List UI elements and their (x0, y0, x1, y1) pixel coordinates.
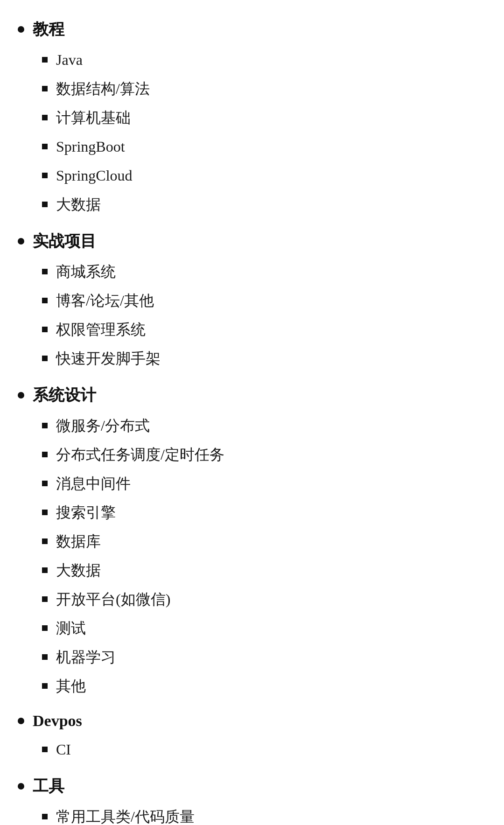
bullet-square-icon (42, 86, 48, 91)
menu-section-devpos: DevposCI (14, 712, 490, 761)
list-item-label: 权限管理系统 (56, 318, 490, 341)
bullet-square-icon (42, 654, 48, 660)
sub-list-projects: 商城系统博客/论坛/其他权限管理系统快速开发脚手架 (42, 260, 490, 370)
list-item[interactable]: SpringBoot (42, 135, 490, 158)
bullet-square-icon (42, 538, 48, 544)
list-item[interactable]: 权限管理系统 (42, 318, 490, 341)
list-item-label: 其他 (56, 675, 490, 697)
bullet-square-icon (42, 269, 48, 274)
list-item-label: 计算机基础 (56, 106, 490, 129)
list-item[interactable]: SpringCloud (42, 164, 490, 187)
bullet-square-icon (42, 173, 48, 178)
bullet-square-icon (42, 452, 48, 457)
menu-section-projects: 实战项目商城系统博客/论坛/其他权限管理系统快速开发脚手架 (14, 231, 490, 370)
bullet-square-icon (42, 356, 48, 361)
bullet-square-icon (42, 144, 48, 149)
bullet-square-icon (42, 814, 48, 819)
bullet-circle-icon (18, 392, 24, 399)
list-item[interactable]: 数据结构/算法 (42, 77, 490, 100)
section-label-devpos: Devpos (14, 712, 490, 730)
list-item[interactable]: 测试 (42, 617, 490, 639)
section-label-text: 教程 (33, 19, 64, 40)
list-item-label: 分布式任务调度/定时任务 (56, 443, 490, 466)
list-item-label: CI (56, 738, 490, 761)
main-menu: 教程Java数据结构/算法计算机基础SpringBootSpringCloud大… (14, 19, 490, 825)
sub-list-devpos: CI (42, 738, 490, 761)
list-item[interactable]: 搜索引擎 (42, 501, 490, 524)
menu-section-tutorials: 教程Java数据结构/算法计算机基础SpringBootSpringCloud大… (14, 19, 490, 216)
list-item[interactable]: 计算机基础 (42, 106, 490, 129)
list-item-label: 测试 (56, 617, 490, 639)
list-item[interactable]: 其他 (42, 675, 490, 697)
bullet-square-icon (42, 625, 48, 631)
list-item[interactable]: Java (42, 49, 490, 71)
list-item-label: SpringCloud (56, 164, 490, 187)
section-label-projects: 实战项目 (14, 231, 490, 252)
bullet-square-icon (42, 596, 48, 602)
section-label-tutorials: 教程 (14, 19, 490, 40)
list-item-label: 搜索引擎 (56, 501, 490, 524)
list-item-label: 机器学习 (56, 646, 490, 668)
list-item[interactable]: 博客/论坛/其他 (42, 289, 490, 312)
section-label-system-design: 系统设计 (14, 385, 490, 406)
list-item-label: 常用工具类/代码质量 (56, 805, 490, 825)
list-item[interactable]: 大数据 (42, 193, 490, 216)
list-item[interactable]: CI (42, 738, 490, 761)
bullet-square-icon (42, 747, 48, 752)
bullet-square-icon (42, 567, 48, 573)
bullet-square-icon (42, 510, 48, 515)
bullet-square-icon (42, 57, 48, 63)
sub-list-tutorials: Java数据结构/算法计算机基础SpringBootSpringCloud大数据 (42, 49, 490, 216)
list-item[interactable]: 消息中间件 (42, 472, 490, 495)
list-item[interactable]: 微服务/分布式 (42, 414, 490, 437)
list-item[interactable]: 快速开发脚手架 (42, 347, 490, 370)
bullet-circle-icon (18, 783, 24, 790)
list-item[interactable]: 分布式任务调度/定时任务 (42, 443, 490, 466)
bullet-circle-icon (18, 718, 24, 724)
section-label-tools: 工具 (14, 776, 490, 797)
section-label-text: Devpos (33, 712, 82, 730)
bullet-square-icon (42, 327, 48, 332)
menu-section-system-design: 系统设计微服务/分布式分布式任务调度/定时任务消息中间件搜索引擎数据库大数据开放… (14, 385, 490, 697)
bullet-square-icon (42, 683, 48, 689)
list-item[interactable]: 常用工具类/代码质量 (42, 805, 490, 825)
list-item-label: 博客/论坛/其他 (56, 289, 490, 312)
list-item-label: 数据库 (56, 530, 490, 552)
list-item-label: 大数据 (56, 193, 490, 216)
list-item-label: 微服务/分布式 (56, 414, 490, 437)
sub-list-tools: 常用工具类/代码质量ExcelPDF开发必备其他 (42, 805, 490, 825)
list-item[interactable]: 机器学习 (42, 646, 490, 668)
bullet-square-icon (42, 202, 48, 207)
bullet-square-icon (42, 481, 48, 486)
bullet-square-icon (42, 298, 48, 303)
list-item-label: 开放平台(如微信) (56, 588, 490, 610)
menu-section-tools: 工具常用工具类/代码质量ExcelPDF开发必备其他 (14, 776, 490, 825)
list-item-label: 商城系统 (56, 260, 490, 283)
list-item-label: 快速开发脚手架 (56, 347, 490, 370)
bullet-square-icon (42, 115, 48, 120)
section-label-text: 系统设计 (33, 385, 96, 406)
list-item[interactable]: 商城系统 (42, 260, 490, 283)
bullet-circle-icon (18, 26, 24, 33)
list-item-label: 消息中间件 (56, 472, 490, 495)
bullet-circle-icon (18, 238, 24, 245)
bullet-square-icon (42, 423, 48, 428)
list-item-label: 数据结构/算法 (56, 77, 490, 100)
sub-list-system-design: 微服务/分布式分布式任务调度/定时任务消息中间件搜索引擎数据库大数据开放平台(如… (42, 414, 490, 697)
list-item[interactable]: 数据库 (42, 530, 490, 552)
section-label-text: 实战项目 (33, 231, 96, 252)
list-item[interactable]: 开放平台(如微信) (42, 588, 490, 610)
list-item[interactable]: 大数据 (42, 559, 490, 581)
list-item-label: Java (56, 49, 490, 71)
list-item-label: SpringBoot (56, 135, 490, 158)
section-label-text: 工具 (33, 776, 64, 797)
list-item-label: 大数据 (56, 559, 490, 581)
